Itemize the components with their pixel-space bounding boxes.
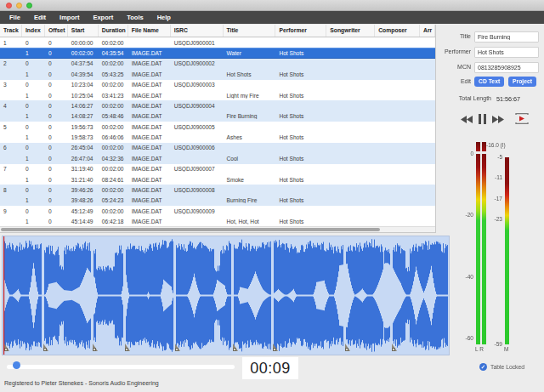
cell-file-name: IMAGE.DAT — [128, 145, 171, 151]
seek-slider-track[interactable] — [7, 365, 235, 369]
cell-performer: Hot Shots — [275, 197, 326, 203]
meter-scale-label: -11 — [437, 174, 502, 180]
table-row[interactable]: 1019:58:7306:46:06IMAGE.DATAshesHot Shot… — [0, 132, 435, 142]
table-body: 10000:00:0000:02:00USQDJ09000011000:02:0… — [0, 37, 435, 226]
cell-duration: 00:02:00 — [99, 166, 128, 172]
waveform-display[interactable] — [2, 236, 450, 355]
cell-duration: 00:02:00 — [99, 103, 128, 109]
cell-performer: Hot Shots — [275, 156, 326, 162]
cell-duration: 00:02:00 — [99, 124, 128, 130]
performer-field-label: Performer — [437, 48, 471, 54]
table-row[interactable]: 50019:56:7300:02:00IMAGE.DATUSQDJ0900005 — [0, 122, 435, 132]
mcn-field[interactable] — [474, 62, 539, 73]
menu-help[interactable]: Help — [150, 11, 178, 24]
lr-meter-caption: L R — [475, 346, 484, 352]
cell-offset: 0 — [45, 103, 68, 109]
cell-isrc: USQDJ0900003 — [171, 82, 224, 88]
cell-offset: 0 — [45, 177, 68, 183]
table-row[interactable]: 10000:00:0000:02:00USQDJ0900001 — [0, 37, 435, 48]
cell-start: 45:12:49 — [68, 208, 99, 214]
table-row[interactable]: 60026:45:0400:02:00IMAGE.DATUSQDJ0900006 — [0, 143, 435, 153]
menu-tools[interactable]: Tools — [120, 11, 150, 24]
cell-file-name: IMAGE.DAT — [128, 219, 171, 224]
cell-track: 1 — [0, 40, 22, 46]
cell-index: 1 — [22, 134, 45, 140]
table-row[interactable]: 1045:14:4906:42:18IMAGE.DATHot, Hot, Hot… — [0, 216, 435, 226]
cell-track: 4 — [0, 103, 22, 109]
table-row[interactable]: 1010:25:0403:41:23IMAGE.DATLight my Fire… — [0, 90, 435, 100]
cell-duration: 00:02:00 — [99, 145, 128, 151]
table-row[interactable]: 30010:23:0400:02:00IMAGE.DATUSQDJ0900003 — [0, 80, 435, 90]
meter-scale-label: -59 — [437, 341, 502, 347]
project-button[interactable]: Project — [508, 77, 536, 87]
column-header-file-name[interactable]: File Name — [128, 25, 171, 37]
table-row[interactable]: 20004:37:5400:02:00IMAGE.DATUSQDJ0900002 — [0, 59, 435, 69]
title-field[interactable] — [474, 31, 539, 43]
cell-file-name: IMAGE.DAT — [128, 103, 171, 109]
column-header-composer[interactable]: Composer — [375, 25, 420, 37]
horizontal-scrollbar-thumb[interactable] — [1, 228, 380, 231]
column-header-title[interactable]: Title — [224, 25, 276, 37]
cell-performer: Hot Shots — [275, 113, 326, 119]
seek-slider-knob[interactable] — [13, 361, 20, 369]
performer-field[interactable] — [474, 47, 539, 58]
cell-performer: Hot Shots — [275, 93, 326, 99]
cell-title: Water — [224, 50, 276, 56]
table-row[interactable]: 1004:39:5405:43:25IMAGE.DATHot ShotsHot … — [0, 69, 435, 79]
cell-duration: 08:24:61 — [99, 177, 128, 183]
cell-index: 0 — [22, 124, 45, 130]
menu-export[interactable]: Export — [86, 11, 120, 24]
fast-forward-button[interactable] — [491, 112, 504, 128]
cell-duration: 05:24:23 — [99, 197, 128, 203]
integrated-loudness-readout: -16.0 (I) — [486, 142, 506, 148]
table-row[interactable]: 1026:47:0404:32:36IMAGE.DATCoolHot Shots — [0, 153, 435, 163]
cell-index: 0 — [22, 60, 45, 66]
close-window-button[interactable] — [6, 3, 12, 9]
level-meter-right — [482, 154, 486, 344]
cell-file-name: IMAGE.DAT — [128, 50, 171, 56]
time-display: 00:09 — [242, 357, 298, 379]
cell-isrc: USQDJ0900009 — [171, 208, 224, 214]
waveform-canvas[interactable] — [3, 236, 449, 355]
rewind-button[interactable] — [461, 112, 473, 128]
play-marker-button[interactable] — [515, 112, 529, 128]
cell-offset: 0 — [45, 71, 68, 77]
table-row[interactable]: 70031:19:4000:02:00IMAGE.DATUSQDJ0900007 — [0, 164, 435, 174]
cell-start: 39:48:26 — [68, 197, 99, 203]
menu-edit[interactable]: Edit — [27, 11, 53, 24]
column-header-performer[interactable]: Performer — [275, 25, 326, 37]
table-row[interactable]: 1014:08:2705:48:46IMAGE.DATFire BurningH… — [0, 111, 435, 122]
zoom-window-button[interactable] — [26, 3, 32, 9]
table-row[interactable]: 90045:12:4900:02:00IMAGE.DATUSQDJ0900009 — [0, 206, 435, 216]
cell-index: 1 — [22, 93, 45, 99]
column-header-songwriter[interactable]: Songwriter — [326, 25, 375, 37]
table-row[interactable]: 1039:48:2605:24:23IMAGE.DATBurning FireH… — [0, 196, 435, 206]
table-row[interactable]: 1031:21:4008:24:61IMAGE.DATSmokeHot Shot… — [0, 174, 435, 185]
table-locked-indicator[interactable]: ✓ Table Locked — [479, 363, 524, 371]
cell-start: 26:47:04 — [68, 156, 99, 162]
column-header-arr[interactable]: Arr — [420, 25, 435, 37]
column-header-index[interactable]: Index — [22, 25, 45, 37]
table-row[interactable]: 80039:46:2600:02:00IMAGE.DATUSQDJ0900008 — [0, 185, 435, 195]
total-length-label: Total Length — [437, 95, 491, 101]
menu-file[interactable]: File — [3, 11, 27, 24]
column-header-isrc[interactable]: ISRC — [171, 25, 224, 37]
table-locked-label: Table Locked — [490, 364, 524, 370]
column-header-track[interactable]: Track — [0, 25, 22, 37]
cell-offset: 0 — [45, 208, 68, 214]
column-header-offset[interactable]: Offset — [45, 25, 68, 37]
column-header-duration[interactable]: Duration — [99, 25, 128, 37]
menu-import[interactable]: Import — [53, 11, 86, 24]
cell-index: 1 — [22, 177, 45, 183]
minimize-window-button[interactable] — [16, 3, 22, 9]
horizontal-scrollbar[interactable] — [0, 226, 435, 232]
column-header-start[interactable]: Start — [68, 25, 99, 37]
cell-performer: Hot Shots — [275, 219, 326, 224]
cell-file-name: IMAGE.DAT — [128, 156, 171, 162]
pause-button[interactable] — [479, 112, 486, 128]
cell-start: 31:21:40 — [68, 177, 99, 183]
cd-text-button[interactable]: CD Text — [474, 77, 504, 87]
table-row[interactable]: 40014:06:2700:02:00IMAGE.DATUSQDJ0900004 — [0, 100, 435, 111]
table-row[interactable]: 1000:02:0004:35:54IMAGE.DATWaterHot Shot… — [0, 48, 435, 58]
registration-status-text: Registered to Pieter Stenekes - Sonoris … — [4, 380, 159, 386]
